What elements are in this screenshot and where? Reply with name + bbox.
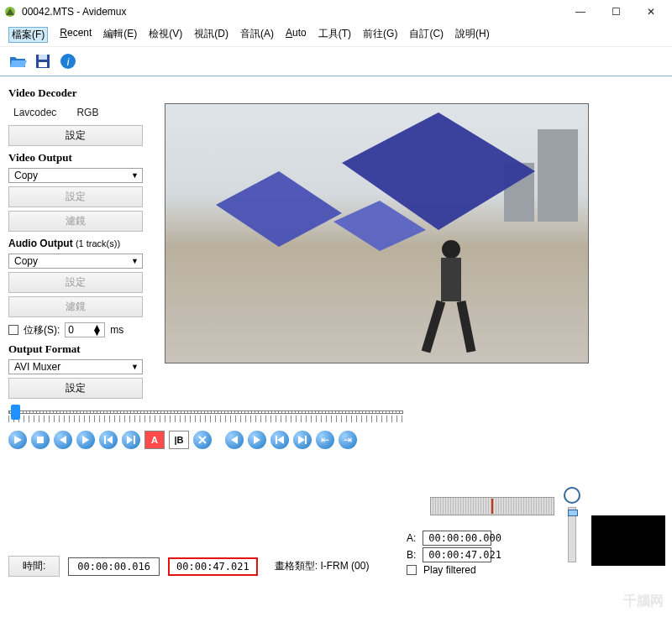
timeline xyxy=(8,405,403,426)
svg-marker-18 xyxy=(127,436,133,444)
video-output-filters-button[interactable]: 濾鏡 xyxy=(8,211,143,232)
frame-type-value: I-FRM (00) xyxy=(320,560,369,572)
play-filtered-checkbox[interactable] xyxy=(407,565,417,575)
goto-end-button[interactable] xyxy=(293,431,312,449)
scrub-slider[interactable] xyxy=(568,507,576,562)
play-button[interactable] xyxy=(8,431,27,449)
marker-b-label: B: xyxy=(407,549,416,561)
audio-output-filters-button[interactable]: 濾鏡 xyxy=(8,296,143,317)
svg-text:⇤: ⇤ xyxy=(321,435,329,445)
prev-black-button[interactable] xyxy=(225,431,244,449)
watermark: 千腦网 xyxy=(623,593,664,610)
preview-frame[interactable] xyxy=(165,103,589,363)
play-filtered-label: Play filtered xyxy=(423,564,476,576)
video-output-value: Copy xyxy=(14,170,131,181)
status-bar: 時間: 00:00:00.016 00:00:47.021 畫格類型: I-FR… xyxy=(8,556,369,577)
scrub-thumb[interactable] xyxy=(568,510,578,516)
shift-unit: ms xyxy=(110,324,123,336)
frame-type-label: 畫格類型: I-FRM (00) xyxy=(275,559,370,573)
output-format-config-button[interactable]: 設定 xyxy=(8,378,143,399)
chevron-down-icon: ▼ xyxy=(131,363,139,371)
svg-rect-15 xyxy=(104,436,106,444)
svg-rect-12 xyxy=(37,437,44,443)
next-keyframe-button[interactable] xyxy=(122,431,140,449)
mini-preview xyxy=(591,515,665,566)
jog-wheel[interactable] xyxy=(430,497,554,515)
menu-auto[interactable]: Auto xyxy=(286,27,307,43)
svg-text:i: i xyxy=(67,56,70,68)
video-output-select[interactable]: Copy ▼ xyxy=(8,168,143,183)
menu-video[interactable]: 視訊(D) xyxy=(194,27,228,43)
svg-marker-13 xyxy=(60,436,66,444)
video-output-title: Video Output xyxy=(8,151,153,165)
next-frame-button[interactable] xyxy=(76,431,95,449)
chevron-down-icon: ▼ xyxy=(131,171,139,180)
svg-rect-17 xyxy=(134,436,135,444)
goto-start-button[interactable] xyxy=(270,431,289,449)
svg-point-9 xyxy=(442,240,460,259)
video-decoder-config-button[interactable]: 設定 xyxy=(8,125,143,146)
set-marker-a-button[interactable]: A xyxy=(144,431,165,449)
timeline-slider[interactable] xyxy=(8,405,403,426)
video-output-config-button[interactable]: 設定 xyxy=(8,186,143,207)
menu-tools[interactable]: 工具(T) xyxy=(318,27,351,43)
svg-marker-7 xyxy=(216,171,342,247)
maximize-button[interactable]: ☐ xyxy=(598,0,633,24)
chevron-down-icon: ▼ xyxy=(131,257,139,265)
current-time[interactable]: 00:00:00.016 xyxy=(68,557,160,576)
stop-button[interactable] xyxy=(31,431,50,449)
next-black-button[interactable] xyxy=(248,431,266,449)
main-area: Video Decoder Lavcodec RGB 設定 Video Outp… xyxy=(0,76,672,404)
menu-file[interactable]: 檔案(F) xyxy=(8,27,48,43)
prev-frame-button[interactable] xyxy=(54,431,72,449)
menu-help[interactable]: 說明(H) xyxy=(455,27,490,43)
decoder-codec: Lavcodec xyxy=(13,107,56,118)
svg-rect-3 xyxy=(39,62,47,67)
playback-controls: A |B ⇤ ⇥ xyxy=(0,431,672,449)
svg-marker-19 xyxy=(231,436,238,444)
target-icon xyxy=(564,487,580,504)
video-preview xyxy=(165,103,659,394)
app-icon xyxy=(3,5,17,18)
minimize-button[interactable]: — xyxy=(563,0,598,24)
menu-goto[interactable]: 前往(G) xyxy=(363,27,397,43)
output-format-select[interactable]: AVI Muxer ▼ xyxy=(8,359,143,374)
shift-spin[interactable]: 0 ▲▼ xyxy=(65,322,105,337)
menu-recent[interactable]: Recent xyxy=(60,27,92,43)
close-button[interactable]: ✕ xyxy=(633,0,669,24)
total-time: 00:00:47.021 xyxy=(168,557,258,576)
spinner-arrows-icon[interactable]: ▲▼ xyxy=(92,325,102,335)
slider-handle[interactable] xyxy=(11,405,20,420)
goto-marker-b-button[interactable]: ⇥ xyxy=(339,431,357,449)
svg-marker-16 xyxy=(107,436,113,444)
marker-a-value: 00:00:00.000 xyxy=(423,531,491,546)
goto-marker-a-button[interactable]: ⇤ xyxy=(316,431,334,449)
marker-b-value: 00:00:47.021 xyxy=(423,547,491,562)
time-button[interactable]: 時間: xyxy=(8,556,60,577)
audio-output-config-button[interactable]: 設定 xyxy=(8,272,143,293)
open-icon[interactable] xyxy=(8,52,27,71)
info-icon[interactable]: i xyxy=(59,52,77,71)
audio-output-value: Copy xyxy=(14,255,131,267)
audio-tracks: (1 track(s)) xyxy=(76,238,120,248)
menu-audio[interactable]: 音訊(A) xyxy=(240,27,274,43)
set-marker-b-button[interactable]: |B xyxy=(169,431,189,449)
menu-custom[interactable]: 自訂(C) xyxy=(409,27,444,43)
svg-rect-21 xyxy=(276,436,277,444)
save-icon[interactable] xyxy=(34,52,52,71)
marker-a-label: A: xyxy=(407,532,416,544)
prev-keyframe-button[interactable] xyxy=(99,431,118,449)
decoder-mode: RGB xyxy=(76,107,98,118)
svg-marker-20 xyxy=(254,436,260,444)
audio-output-title: Audio Output (1 track(s)) xyxy=(8,237,153,250)
menu-edit[interactable]: 編輯(E) xyxy=(103,27,137,43)
audio-output-select[interactable]: Copy ▼ xyxy=(8,254,143,269)
window-title: 00042.MTS - Avidemux xyxy=(22,6,563,18)
menu-view[interactable]: 檢視(V) xyxy=(149,27,182,43)
cut-button[interactable] xyxy=(193,431,212,449)
output-format-title: Output Format xyxy=(8,342,153,356)
shift-checkbox[interactable] xyxy=(8,325,18,335)
svg-rect-23 xyxy=(305,436,307,444)
sidebar: Video Decoder Lavcodec RGB 設定 Video Outp… xyxy=(8,81,160,402)
shift-value: 0 xyxy=(68,324,74,336)
